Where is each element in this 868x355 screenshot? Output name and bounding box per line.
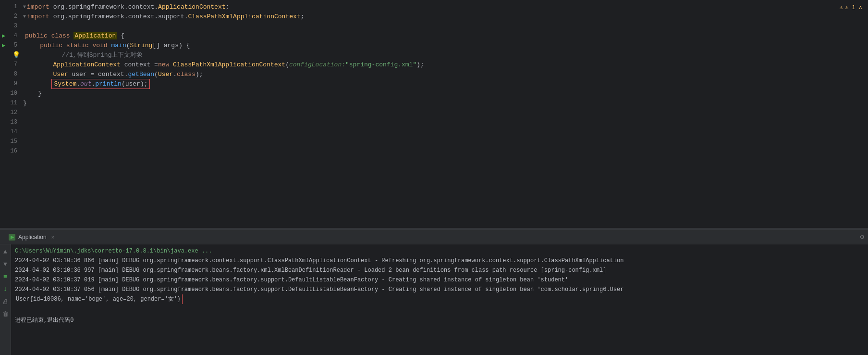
process-end-text: 进程已结束,退出代码0	[15, 317, 73, 324]
code-lines: 1 ▼ import org.springframework.context.A…	[0, 0, 868, 228]
class-name-highlight: Application	[73, 32, 117, 39]
run-arrow-5[interactable]: ▶	[2, 42, 5, 49]
line-content-6: //1,得到Spring上下文对象	[23, 51, 143, 59]
fold-icon-1[interactable]: ▼	[23, 4, 26, 10]
line-content-11: }	[23, 100, 27, 107]
console-header: ▶ Application × ⚙	[0, 230, 868, 244]
console-left-panel: ▲ ▼ ≡ ↓ 🖨 🗑	[0, 244, 11, 355]
line-content-7: ApplicationContext context = new ClassPa…	[23, 61, 424, 68]
log-text-2: 2024-04-02 03:10:36 997 [main] DEBUG org…	[15, 267, 606, 274]
log-text-3: 2024-04-02 03:10:37 019 [main] DEBUG org…	[15, 277, 568, 283]
java-path-line: C:\Users\WuYimin\.jdks\corretto-17.0.8.1…	[15, 246, 864, 256]
code-line-3: 3	[0, 21, 868, 31]
result-boxed: User{id=10086, name='boge', age=20, gend…	[15, 294, 182, 304]
code-line-13: 13	[0, 117, 868, 127]
process-end-line: 进程已结束,退出代码0	[15, 306, 864, 325]
code-line-6: 6 💡 //1,得到Spring上下文对象	[0, 50, 868, 60]
print-button[interactable]: 🖨	[1, 297, 10, 306]
line-num-10: 10	[4, 90, 17, 97]
code-line-1: 1 ▼ import org.springframework.context.A…	[0, 2, 868, 12]
line-num-7: 7	[4, 61, 17, 68]
line-num-2: 2	[4, 13, 17, 20]
console-tab[interactable]: ▶ Application ×	[4, 230, 59, 244]
result-text: User{id=10086, name='boge', age=20, gend…	[16, 296, 181, 303]
code-editor: ⚠ ⚠ 1 ∧ 1 ▼ import org.springframework.c…	[0, 0, 868, 228]
code-line-12: 12	[0, 108, 868, 117]
line-num-8: 8	[4, 71, 17, 77]
console-tab-close[interactable]: ×	[51, 234, 54, 240]
log-line-3: 2024-04-02 03:10:37 019 [main] DEBUG org…	[15, 275, 864, 285]
log-line-1: 2024-04-02 03:10:36 866 [main] DEBUG org…	[15, 256, 864, 266]
line-content-4: public class Application {	[23, 32, 124, 39]
line-num-11: 11	[4, 100, 17, 106]
code-line-14: 14	[0, 127, 868, 137]
line-content-10: }	[23, 90, 42, 97]
code-line-4: 4 ▶ public class Application {	[0, 31, 868, 40]
console-output[interactable]: C:\Users\WuYimin\.jdks\corretto-17.0.8.1…	[11, 244, 868, 355]
line-num-9: 9	[4, 80, 17, 87]
download-output-button[interactable]: ↓	[1, 285, 10, 293]
lightbulb-icon[interactable]: 💡	[12, 51, 20, 59]
code-line-5: 5 ▶ public static void main(String[] arg…	[0, 40, 868, 50]
scroll-down-button[interactable]: ▼	[1, 260, 10, 268]
run-arrow-4[interactable]: ▶	[2, 32, 5, 39]
line-content-1: ▼ import org.springframework.context.App…	[23, 3, 229, 11]
line-content-2: ▼ import org.springframework.context.sup…	[23, 13, 304, 20]
line-num-4: 4	[4, 32, 17, 39]
line-content-9: System.out.println(user);	[23, 80, 148, 88]
console-gear-icon[interactable]: ⚙	[860, 233, 864, 241]
line-content-5: public static void main(String[] args) {	[23, 42, 190, 49]
console-body: ▲ ▼ ≡ ↓ 🖨 🗑 C:\Users\WuYimin\.jdks\corre…	[0, 244, 868, 355]
line-num-5: 5	[4, 42, 17, 49]
console-tab-label: Application	[18, 234, 47, 241]
wrap-lines-button[interactable]: ≡	[1, 272, 10, 281]
log-text-4: 2024-04-02 03:10:37 056 [main] DEBUG org…	[15, 286, 623, 293]
result-line: User{id=10086, name='boge', age=20, gend…	[15, 294, 864, 304]
log-line-4: 2024-04-02 03:10:37 056 [main] DEBUG org…	[15, 285, 864, 294]
console-tab-icon: ▶	[9, 234, 15, 241]
line-content-8: User user = context.getBean(User.class);	[23, 71, 203, 78]
fold-icon-2[interactable]: ▼	[23, 14, 26, 19]
console-panel: ▶ Application × ⚙ ▲ ▼ ≡ ↓ 🖨 🗑 C:\Users\W…	[0, 230, 868, 355]
code-line-2: 2 ▼ import org.springframework.context.s…	[0, 12, 868, 21]
println-boxed: System.out.println(user);	[53, 80, 148, 88]
log-text-1: 2024-04-02 03:10:36 866 [main] DEBUG org…	[15, 257, 623, 264]
code-line-8: 8 User user = context.getBean(User.class…	[0, 69, 868, 79]
code-line-16: 16	[0, 146, 868, 156]
java-exe-path: C:\Users\WuYimin\.jdks\corretto-17.0.8.1…	[15, 248, 212, 254]
code-line-9: 9 System.out.println(user);	[0, 79, 868, 89]
code-line-7: 7 ApplicationContext context = new Class…	[0, 60, 868, 69]
scroll-up-button[interactable]: ▲	[1, 247, 10, 256]
clear-console-button[interactable]: 🗑	[1, 310, 10, 318]
log-line-2: 2024-04-02 03:10:36 997 [main] DEBUG org…	[15, 266, 864, 275]
line-num-3: 3	[4, 23, 17, 29]
code-line-11: 11 }	[0, 98, 868, 108]
line-num-1: 1	[4, 3, 17, 10]
code-line-10: 10 }	[0, 89, 868, 98]
code-line-15: 15	[0, 137, 868, 146]
